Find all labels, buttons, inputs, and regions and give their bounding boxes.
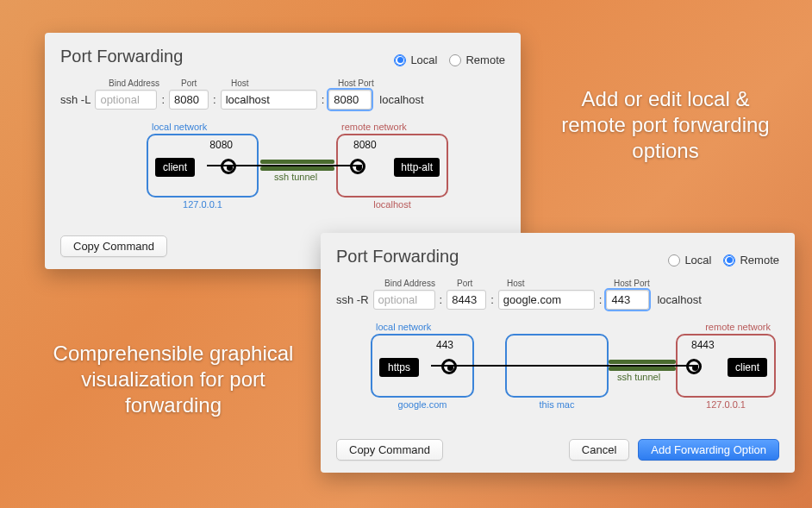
- radio-remote[interactable]: Remote: [723, 254, 779, 267]
- add-forwarding-option-button[interactable]: Add Forwarding Option: [638, 439, 779, 461]
- label-port: Port: [457, 279, 502, 288]
- trailing-host: localhost: [379, 93, 423, 106]
- bind-address-input[interactable]: optional: [373, 290, 435, 310]
- forwarding-diagram: local network 443 https google.com this …: [336, 322, 779, 427]
- field-labels-row: Bind Address Port Host Host Port: [384, 279, 779, 288]
- radio-local-label: Local: [410, 53, 437, 66]
- label-host-port: Host Port: [614, 279, 662, 288]
- host-input[interactable]: localhost: [221, 90, 317, 110]
- plug-icon: [221, 159, 236, 174]
- client-node: client: [155, 158, 195, 177]
- separator: :: [161, 93, 165, 106]
- command-input-row: ssh -R optional : 8443 : google.com : 44…: [336, 290, 779, 310]
- separator: :: [213, 93, 216, 106]
- tunnel-bar-icon: [260, 166, 334, 171]
- promo-text-top: Add or edit local & remote port forwardi…: [553, 86, 778, 164]
- port-input[interactable]: 8080: [169, 90, 209, 110]
- cancel-button[interactable]: Cancel: [569, 439, 629, 461]
- mode-radio-group: Local Remote: [394, 53, 505, 66]
- host-port-input[interactable]: 443: [606, 290, 649, 310]
- radio-dot-icon: [449, 54, 461, 66]
- host-input[interactable]: google.com: [498, 290, 595, 310]
- dialog-title: Port Forwarding: [60, 47, 183, 66]
- radio-local-label: Local: [684, 254, 711, 267]
- dialog-title: Port Forwarding: [336, 247, 459, 267]
- local-network-label: local network: [376, 322, 431, 332]
- separator: :: [599, 293, 603, 306]
- tunnel-label: ssh tunnel: [617, 372, 660, 382]
- radio-remote-label: Remote: [465, 53, 505, 66]
- tunnel-bar-icon: [260, 160, 334, 164]
- radio-remote[interactable]: Remote: [449, 53, 505, 66]
- tunnel-label: ssh tunnel: [274, 172, 317, 182]
- button-row: Copy Command Cancel Add Forwarding Optio…: [336, 439, 779, 461]
- remote-port-number: 8443: [691, 339, 715, 351]
- local-footer: google.com: [372, 399, 472, 410]
- separator: :: [322, 93, 325, 106]
- local-port-number: 443: [436, 339, 453, 351]
- label-host-port: Host Port: [338, 78, 386, 88]
- host-port-input[interactable]: 8080: [328, 90, 372, 110]
- label-host: Host: [507, 279, 609, 288]
- label-host: Host: [231, 78, 333, 88]
- trailing-host: localhost: [657, 293, 701, 306]
- field-labels-row: Bind Address Port Host Host Port: [109, 78, 505, 88]
- copy-command-button[interactable]: Copy Command: [60, 235, 167, 257]
- forwarding-diagram: local network 8080 client 127.0.0.1 remo…: [60, 122, 505, 223]
- label-bind-address: Bind Address: [384, 279, 452, 288]
- remote-network-label: remote network: [705, 322, 771, 332]
- radio-local[interactable]: Local: [394, 53, 437, 66]
- service-node: http-alt: [394, 158, 440, 177]
- client-node: client: [728, 358, 767, 377]
- tunnel-bar-icon: [609, 367, 676, 371]
- label-bind-address: Bind Address: [109, 78, 176, 88]
- remote-footer: 127.0.0.1: [678, 399, 774, 410]
- promo-text-bottom: Comprehensible graphical visualization f…: [48, 341, 298, 418]
- port-input[interactable]: 8443: [447, 290, 486, 310]
- plug-icon: [441, 359, 457, 374]
- copy-command-button[interactable]: Copy Command: [336, 439, 443, 461]
- radio-dot-icon: [723, 254, 735, 267]
- plug-icon: [350, 159, 365, 174]
- command-input-row: ssh -L optional : 8080 : localhost : 808…: [60, 90, 505, 110]
- radio-remote-label: Remote: [740, 254, 779, 267]
- local-network-label: local network: [152, 122, 207, 132]
- separator: :: [440, 293, 443, 306]
- radio-dot-icon: [668, 254, 680, 267]
- mode-radio-group: Local Remote: [668, 254, 779, 267]
- tunnel-bar-icon: [609, 360, 676, 364]
- radio-local[interactable]: Local: [668, 254, 711, 267]
- radio-dot-icon: [394, 54, 406, 66]
- remote-network-label: remote network: [341, 122, 407, 132]
- label-port: Port: [181, 78, 226, 88]
- ssh-command-prefix: ssh -L: [60, 93, 91, 106]
- this-mac-footer: this mac: [507, 399, 607, 410]
- ssh-command-prefix: ssh -R: [336, 293, 369, 306]
- remote-footer: localhost: [338, 199, 447, 210]
- local-port-number: 8080: [209, 139, 233, 151]
- separator: :: [490, 293, 494, 306]
- remote-port-number: 8080: [353, 139, 377, 151]
- local-footer: 127.0.0.1: [148, 199, 257, 210]
- plug-icon: [686, 359, 702, 374]
- bind-address-input[interactable]: optional: [95, 90, 157, 110]
- port-forwarding-dialog-remote: Port Forwarding Local Remote Bind Addres…: [321, 233, 795, 473]
- service-node: https: [379, 358, 419, 377]
